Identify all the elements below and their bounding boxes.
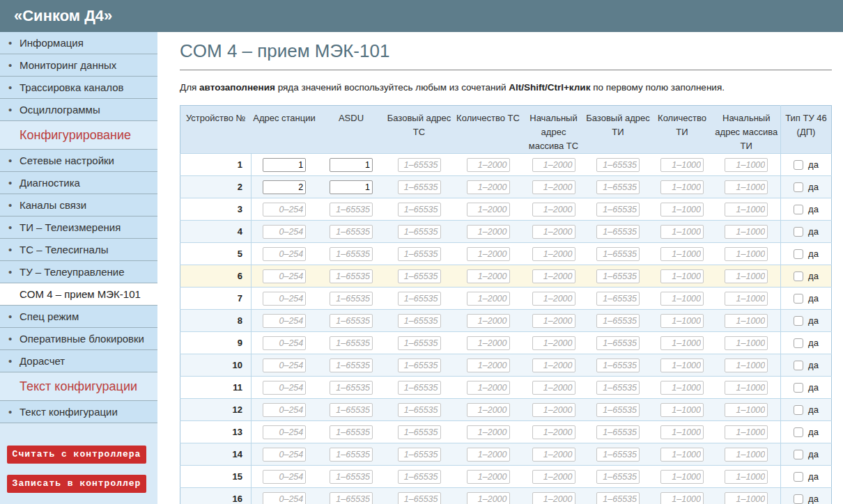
asdu-input[interactable] [330, 203, 373, 216]
station-address-input[interactable] [263, 314, 306, 328]
ts-array-start-input[interactable] [532, 225, 575, 239]
ts-count-input[interactable] [467, 247, 510, 261]
ts-array-start-input[interactable] [532, 359, 575, 372]
asdu-input[interactable] [330, 292, 373, 306]
station-address-input[interactable] [263, 247, 306, 261]
ts-count-input[interactable] [467, 203, 510, 216]
ts-array-start-input[interactable] [532, 448, 575, 462]
ts-array-start-input[interactable] [532, 180, 575, 194]
tu-type-checkbox[interactable] [794, 494, 803, 504]
ti-base-address-input[interactable] [596, 425, 640, 439]
ti-base-address-input[interactable] [596, 314, 640, 328]
asdu-input[interactable] [330, 225, 373, 239]
ti-base-address-input[interactable] [596, 158, 640, 172]
tu-type-checkbox[interactable] [794, 294, 803, 304]
write-to-controller-button[interactable]: Записать в контроллер [7, 475, 146, 493]
ts-array-start-input[interactable] [532, 492, 575, 504]
ts-base-address-input[interactable] [398, 247, 441, 261]
ti-count-input[interactable] [660, 225, 704, 239]
ts-count-input[interactable] [467, 381, 510, 395]
ti-base-address-input[interactable] [596, 336, 640, 350]
ts-count-input[interactable] [467, 225, 510, 239]
ts-base-address-input[interactable] [398, 314, 441, 328]
asdu-input[interactable] [330, 403, 373, 417]
ts-base-address-input[interactable] [398, 336, 441, 350]
ts-count-input[interactable] [467, 403, 510, 417]
ti-array-start-input[interactable] [725, 470, 768, 484]
ts-base-address-input[interactable] [398, 425, 441, 439]
ts-array-start-input[interactable] [532, 470, 575, 484]
ti-array-start-input[interactable] [725, 448, 768, 462]
station-address-input[interactable] [263, 448, 306, 462]
ti-base-address-input[interactable] [596, 269, 640, 283]
ts-base-address-input[interactable] [398, 403, 441, 417]
ts-base-address-input[interactable] [398, 381, 441, 395]
ti-count-input[interactable] [660, 247, 704, 261]
sidebar-item-oscillograms[interactable]: •Осциллограммы [0, 99, 157, 121]
tu-type-checkbox[interactable] [794, 316, 803, 326]
ti-base-address-input[interactable] [596, 492, 640, 504]
ti-array-start-input[interactable] [725, 314, 768, 328]
ti-base-address-input[interactable] [596, 225, 640, 239]
tu-type-checkbox[interactable] [794, 450, 803, 459]
asdu-input[interactable] [330, 269, 373, 283]
sidebar-item-config-text[interactable]: •Текст конфигурации [0, 401, 157, 423]
ts-base-address-input[interactable] [398, 158, 441, 172]
sidebar-item-comm-channels[interactable]: •Каналы связи [0, 194, 157, 216]
ti-count-input[interactable] [660, 180, 704, 194]
ti-array-start-input[interactable] [725, 336, 768, 350]
ts-count-input[interactable] [467, 158, 510, 172]
ti-count-input[interactable] [660, 381, 704, 395]
ti-array-start-input[interactable] [725, 425, 768, 439]
sidebar-item-recalculation[interactable]: •Дорасчет [0, 350, 157, 372]
sidebar-item-channel-tracing[interactable]: •Трассировка каналов [0, 77, 157, 99]
sidebar-item-operational-blocks[interactable]: •Оперативные блокировки [0, 328, 157, 350]
tu-type-checkbox[interactable] [794, 383, 803, 393]
station-address-input[interactable] [263, 292, 306, 306]
ti-array-start-input[interactable] [725, 492, 768, 504]
ti-count-input[interactable] [660, 425, 704, 439]
ts-base-address-input[interactable] [398, 292, 441, 306]
tu-type-checkbox[interactable] [794, 182, 803, 192]
ts-base-address-input[interactable] [398, 359, 441, 372]
sidebar-item-information[interactable]: •Информация [0, 32, 157, 54]
station-address-input[interactable] [263, 470, 306, 484]
ti-base-address-input[interactable] [596, 203, 640, 216]
ts-count-input[interactable] [467, 180, 510, 194]
asdu-input[interactable] [330, 492, 373, 504]
sidebar-item-data-monitoring[interactable]: •Мониторинг данных [0, 54, 157, 77]
ti-count-input[interactable] [660, 203, 704, 216]
ti-base-address-input[interactable] [596, 292, 640, 306]
ts-count-input[interactable] [467, 448, 510, 462]
ts-array-start-input[interactable] [532, 158, 575, 172]
station-address-input[interactable] [263, 381, 306, 395]
station-address-input[interactable] [263, 492, 306, 504]
station-address-input[interactable] [263, 180, 306, 194]
ts-array-start-input[interactable] [532, 247, 575, 261]
asdu-input[interactable] [330, 336, 373, 350]
station-address-input[interactable] [263, 203, 306, 216]
asdu-input[interactable] [330, 359, 373, 372]
ts-count-input[interactable] [467, 492, 510, 504]
ti-count-input[interactable] [660, 492, 704, 504]
tu-type-checkbox[interactable] [794, 405, 803, 415]
asdu-input[interactable] [330, 470, 373, 484]
tu-type-checkbox[interactable] [794, 227, 803, 237]
tu-type-checkbox[interactable] [794, 338, 803, 348]
ti-array-start-input[interactable] [725, 247, 768, 261]
sidebar-item-tu-telecontrol[interactable]: •ТУ – Телеуправление [0, 261, 157, 283]
ti-array-start-input[interactable] [725, 403, 768, 417]
ts-count-input[interactable] [467, 470, 510, 484]
ts-array-start-input[interactable] [532, 403, 575, 417]
asdu-input[interactable] [330, 180, 373, 194]
asdu-input[interactable] [330, 448, 373, 462]
ts-base-address-input[interactable] [398, 180, 441, 194]
ts-base-address-input[interactable] [398, 492, 441, 504]
ti-base-address-input[interactable] [596, 470, 640, 484]
tu-type-checkbox[interactable] [794, 271, 803, 281]
sidebar-item-network-settings[interactable]: •Сетевые настройки [0, 150, 157, 172]
station-address-input[interactable] [263, 425, 306, 439]
ti-array-start-input[interactable] [725, 292, 768, 306]
ts-array-start-input[interactable] [532, 314, 575, 328]
asdu-input[interactable] [330, 158, 373, 172]
